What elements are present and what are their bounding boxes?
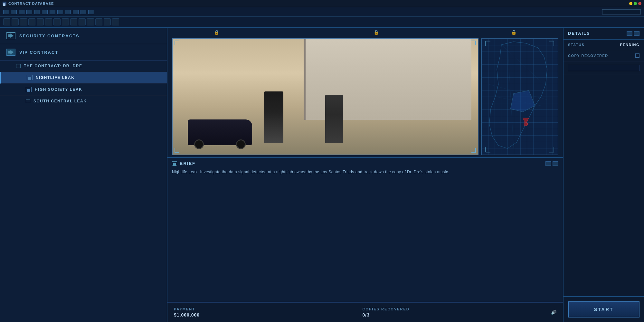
toolbar2-btn-13[interactable]	[104, 18, 111, 25]
status-label: STATUS	[568, 43, 584, 47]
corner-tr	[471, 41, 476, 45]
toolbar-primary	[0, 7, 644, 17]
toolbar2-btn-12[interactable]	[95, 18, 102, 25]
details-controls[interactable]	[627, 31, 639, 36]
toolbar2-btn-10[interactable]	[79, 18, 86, 25]
status-row: STATUS PENDING	[564, 40, 644, 50]
toolbar-search[interactable]	[602, 9, 641, 14]
character-2	[325, 95, 343, 143]
toolbar-btn-5[interactable]	[34, 10, 40, 14]
main-layout: SECURITY CONTRACTS VIP CONTRACT THE CONT…	[0, 28, 644, 322]
status-value: PENDING	[620, 43, 639, 47]
copies-recovered-info: COPIES RECOVERED 0/3	[363, 307, 551, 317]
brief-text: Nightlife Leak: Investigate the data sig…	[172, 169, 558, 175]
dr-dre-label: THE CONTRACT: DR. DRE	[24, 64, 82, 68]
svg-marker-5	[511, 90, 535, 112]
high-society-leak-label: HIGH SOCIETY LEAK	[35, 87, 82, 92]
details-ctrl-2[interactable]	[634, 31, 639, 36]
vip-contract-icon	[6, 49, 15, 56]
toolbar-btn-6[interactable]	[42, 10, 48, 14]
toolbar2-btn-4[interactable]	[28, 18, 35, 25]
security-contracts-icon	[6, 32, 15, 39]
details-ctrl-1[interactable]	[627, 31, 632, 36]
start-button[interactable]: START	[568, 301, 639, 317]
toolbar-btn-1[interactable]	[3, 10, 9, 14]
toolbar2-btn-2[interactable]	[12, 18, 19, 25]
close-button[interactable]	[638, 2, 641, 5]
svg-line-1	[501, 45, 544, 84]
copy-recovered-checkbox[interactable]	[635, 53, 639, 58]
nightlife-leak-icon	[27, 75, 33, 80]
sidebar-item-high-society-leak[interactable]: HIGH SOCIETY LEAK	[0, 84, 167, 96]
copy-recovered-label: COPY RECOVERED	[568, 54, 608, 58]
lock-icon-1: 🔒	[214, 30, 219, 35]
title-bar-icon: ■	[3, 2, 6, 5]
payment-info: PAYMENT $1,000,000	[174, 307, 363, 317]
toolbar-secondary	[0, 17, 644, 28]
toolbar-btn-3[interactable]	[19, 10, 24, 14]
images-row	[167, 35, 563, 157]
sidebar-item-contract-dr-dre[interactable]: THE CONTRACT: DR. DRE	[0, 61, 167, 72]
brief-section: BRIEF Nightlife Leak: Investigate the da…	[167, 157, 563, 302]
toolbar2-btn-6[interactable]	[45, 18, 52, 25]
sidebar-item-nightlife-leak[interactable]: NIGHTLIFE LEAK	[0, 72, 167, 84]
toolbar-btn-12[interactable]	[88, 10, 94, 14]
toolbar2-btn-9[interactable]	[70, 18, 77, 25]
payment-value: $1,000,000	[174, 312, 363, 317]
character-1	[264, 91, 283, 143]
toolbar2-btn-5[interactable]	[37, 18, 44, 25]
sidebar-item-south-central-leak[interactable]: SOUTH CENTRAL LEAK	[0, 96, 167, 107]
brief-title: BRIEF	[180, 161, 195, 166]
brief-ctrl-1[interactable]	[545, 161, 551, 166]
lock-strip: 🔒 🔒 🔒	[167, 28, 563, 35]
toolbar2-btn-7[interactable]	[53, 18, 61, 25]
start-button-container: START	[564, 296, 644, 322]
audio-button[interactable]: 🔊	[551, 310, 556, 315]
toolbar-btn-11[interactable]	[80, 10, 86, 14]
copy-recovered-row: COPY RECOVERED	[564, 50, 644, 62]
bottom-info: PAYMENT $1,000,000 COPIES RECOVERED 0/3 …	[167, 302, 563, 322]
toolbar2-btn-3[interactable]	[20, 18, 27, 25]
toolbar2-btn-8[interactable]	[62, 18, 69, 25]
svg-point-7	[524, 122, 527, 126]
title-bar-controls	[629, 2, 641, 5]
toolbar2-btn-1[interactable]	[3, 18, 10, 25]
empty-input-row	[564, 62, 644, 74]
empty-input[interactable]	[568, 65, 639, 71]
corner-tl	[175, 41, 179, 45]
vip-contract-label: VIP CONTRACT	[19, 50, 58, 55]
toolbar-btn-7[interactable]	[50, 10, 55, 14]
mission-main-image[interactable]	[172, 38, 478, 155]
svg-line-3	[507, 42, 514, 148]
south-central-icon	[26, 99, 30, 103]
details-header: DETAILS	[564, 28, 644, 40]
toolbar-btn-2[interactable]	[11, 10, 17, 14]
payment-label: PAYMENT	[174, 307, 363, 311]
brief-icon	[172, 161, 177, 166]
right-panel: DETAILS STATUS PENDING COPY RECOVERED ST…	[564, 28, 644, 322]
sidebar: SECURITY CONTRACTS VIP CONTRACT THE CONT…	[0, 28, 167, 322]
sidebar-item-vip-contract[interactable]: VIP CONTRACT	[0, 44, 167, 61]
toolbar-btn-9[interactable]	[65, 10, 71, 14]
lock-icon-2: 🔒	[374, 30, 379, 35]
scene-background	[173, 39, 478, 155]
sidebar-item-security-contracts[interactable]: SECURITY CONTRACTS	[0, 28, 167, 44]
brief-ctrl-2[interactable]	[553, 161, 558, 166]
maximize-button[interactable]	[634, 2, 637, 5]
mission-map	[481, 38, 558, 155]
nightlife-leak-label: NIGHTLIFE LEAK	[36, 75, 74, 80]
toolbar-btn-8[interactable]	[57, 10, 63, 14]
content-area: 🔒 🔒 🔒	[167, 28, 564, 322]
brief-controls[interactable]	[545, 161, 558, 166]
minimize-button[interactable]	[629, 2, 632, 5]
corner-br	[471, 148, 476, 153]
brief-header: BRIEF	[172, 161, 558, 166]
city-map-svg	[482, 39, 558, 155]
title-bar-title: CONTRACT DATABASE	[8, 2, 629, 5]
south-central-leak-label: SOUTH CENTRAL LEAK	[33, 99, 87, 103]
toolbar-btn-10[interactable]	[73, 10, 79, 14]
toolbar2-btn-14[interactable]	[112, 18, 119, 25]
toolbar-btn-4[interactable]	[26, 10, 32, 14]
toolbar2-btn-11[interactable]	[87, 18, 94, 25]
map-background	[482, 39, 558, 155]
